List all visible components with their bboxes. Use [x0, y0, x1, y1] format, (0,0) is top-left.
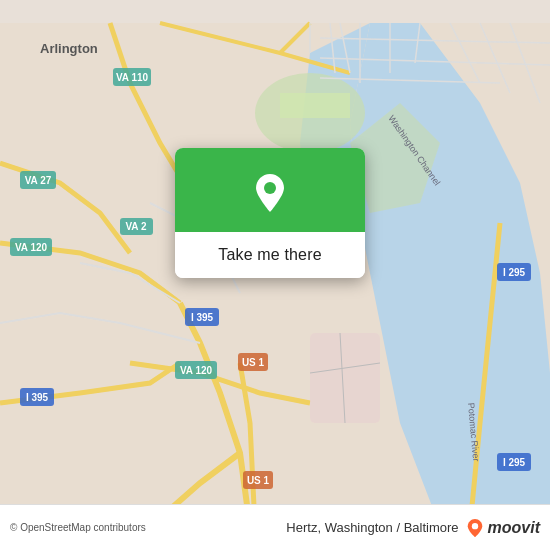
svg-rect-2: [280, 93, 350, 118]
svg-text:VA 2: VA 2: [125, 221, 147, 232]
brand-area: Hertz, Washington / Baltimore moovit: [286, 518, 540, 538]
svg-text:VA 120: VA 120: [15, 242, 48, 253]
location-pin-icon: [248, 170, 292, 214]
svg-text:I 295: I 295: [503, 267, 526, 278]
svg-point-43: [264, 182, 276, 194]
take-me-there-button[interactable]: Take me there: [175, 232, 365, 278]
svg-text:US 1: US 1: [242, 357, 265, 368]
popup-icon-area: [175, 148, 365, 232]
moovit-logo: moovit: [465, 518, 540, 538]
svg-text:Arlington: Arlington: [40, 41, 98, 56]
bottom-bar: © OpenStreetMap contributors Hertz, Wash…: [0, 504, 550, 550]
moovit-brand-name: moovit: [488, 519, 540, 537]
svg-text:VA 27: VA 27: [25, 175, 52, 186]
popup-card: Take me there: [175, 148, 365, 278]
svg-point-44: [471, 523, 477, 529]
svg-rect-40: [310, 333, 380, 423]
location-label: Hertz, Washington / Baltimore: [286, 520, 458, 535]
svg-text:US 1: US 1: [247, 475, 270, 486]
svg-text:I 395: I 395: [191, 312, 214, 323]
map-container: Arlington VA 110 VA 27 VA 2 VA 120 I 395…: [0, 0, 550, 550]
svg-text:I 295: I 295: [503, 457, 526, 468]
map-attribution: © OpenStreetMap contributors: [10, 522, 146, 533]
moovit-pin-icon: [465, 518, 485, 538]
svg-text:VA 110: VA 110: [116, 72, 149, 83]
svg-text:I 395: I 395: [26, 392, 49, 403]
svg-text:VA 120: VA 120: [180, 365, 213, 376]
